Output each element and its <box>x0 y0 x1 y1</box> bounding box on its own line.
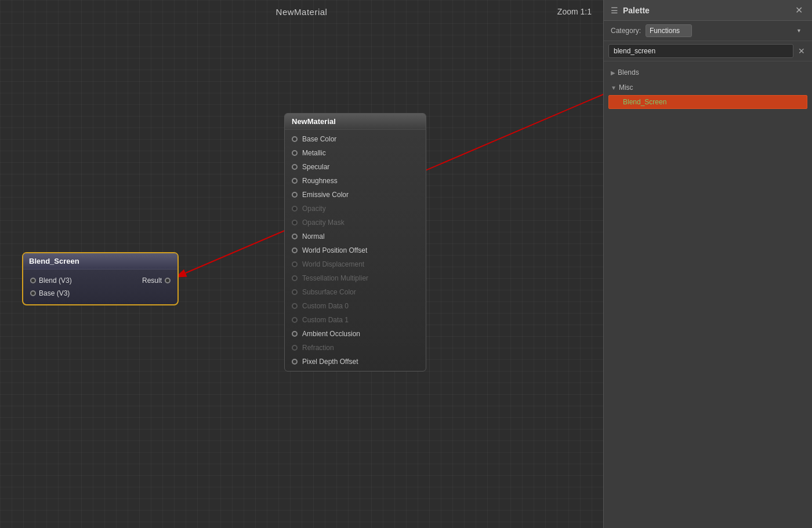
material-node-title: NewMaterial <box>285 114 426 130</box>
label-tess-mult: Tessellation Multiplier <box>302 274 368 282</box>
label-subsurface: Subsurface Color <box>302 288 356 296</box>
pin-custom0 <box>292 303 298 309</box>
category-dropdown-wrapper: Functions Expressions Math Texture <box>646 24 805 37</box>
pin-refraction <box>292 345 298 351</box>
mat-row-custom0: Custom Data 0 <box>285 299 426 313</box>
pin-opacity <box>292 206 298 212</box>
base-v3-label: Base (V3) <box>39 289 70 297</box>
tree-section-blends: ▶ Blends <box>604 65 812 80</box>
label-opacity-mask: Opacity Mask <box>302 219 345 227</box>
pin-specular[interactable] <box>292 164 298 170</box>
label-metallic: Metallic <box>302 149 326 157</box>
blend-screen-node[interactable]: Blend_Screen Blend (V3) Result Base (V3) <box>22 252 179 305</box>
blends-label: Blends <box>618 68 639 77</box>
mat-row-world-pos: World Position Offset <box>285 243 426 257</box>
category-select[interactable]: Functions Expressions Math Texture <box>646 24 692 37</box>
palette-close-button[interactable]: ✕ <box>793 5 805 16</box>
result-label: Result <box>142 276 162 285</box>
misc-arrow: ▼ <box>611 85 617 91</box>
blend-screen-item-label: Blend_Screen <box>623 98 666 106</box>
misc-label: Misc <box>619 83 633 92</box>
mat-row-base-color: Base Color <box>285 132 426 146</box>
node-row-blend: Blend (V3) Result <box>27 274 174 287</box>
palette-search-row: ✕ <box>604 41 812 61</box>
label-opacity: Opacity <box>302 205 326 213</box>
blends-section-header[interactable]: ▶ Blends <box>604 66 812 79</box>
label-world-disp: World Displacement <box>302 260 364 268</box>
mat-row-roughness: Roughness <box>285 174 426 188</box>
zoom-label: Zoom 1:1 <box>557 7 592 16</box>
blend-screen-item[interactable]: Blend_Screen <box>608 95 807 109</box>
pin-opacity-mask <box>292 220 298 225</box>
material-node-body: Base Color Metallic Specular Roughness E… <box>285 130 426 371</box>
pin-base-color[interactable] <box>292 136 298 142</box>
misc-section-header[interactable]: ▼ Misc <box>604 81 812 94</box>
mat-row-ao: Ambient Occlusion <box>285 327 426 341</box>
pin-subsurface <box>292 289 298 295</box>
palette-search-input[interactable] <box>608 44 793 58</box>
label-custom1: Custom Data 1 <box>302 316 349 324</box>
label-refraction: Refraction <box>302 344 334 352</box>
mat-row-custom1: Custom Data 1 <box>285 313 426 327</box>
label-base-color: Base Color <box>302 135 336 143</box>
label-emissive: Emissive Color <box>302 191 349 199</box>
mat-row-opacity: Opacity <box>285 202 426 216</box>
mat-row-world-disp: World Displacement <box>285 257 426 271</box>
blends-arrow: ▶ <box>611 70 615 76</box>
palette-title: Palette <box>623 6 788 15</box>
pin-emissive[interactable] <box>292 192 298 198</box>
mat-row-subsurface: Subsurface Color <box>285 285 426 299</box>
pin-roughness[interactable] <box>292 178 298 184</box>
material-node[interactable]: NewMaterial Base Color Metallic Specular… <box>284 113 426 372</box>
label-normal: Normal <box>302 232 325 241</box>
palette-panel: ☰ Palette ✕ Category: Functions Expressi… <box>603 0 812 528</box>
blend-node-body: Blend (V3) Result Base (V3) <box>23 270 177 304</box>
label-roughness: Roughness <box>302 177 338 185</box>
canvas-title: NewMaterial <box>0 0 603 24</box>
mat-row-tess-mult: Tessellation Multiplier <box>285 271 426 285</box>
tree-section-misc: ▼ Misc Blend_Screen <box>604 80 812 111</box>
label-specular: Specular <box>302 163 329 171</box>
mat-row-normal: Normal <box>285 230 426 243</box>
pin-ao[interactable] <box>292 331 298 337</box>
palette-category-label: Category: <box>611 27 641 35</box>
palette-tree: ▶ Blends ▼ Misc Blend_Screen <box>604 61 812 528</box>
pin-metallic[interactable] <box>292 150 298 156</box>
input-pin-blend[interactable] <box>30 278 36 283</box>
mat-row-refraction: Refraction <box>285 341 426 355</box>
palette-category-row: Category: Functions Expressions Math Tex… <box>604 21 812 41</box>
pin-world-pos[interactable] <box>292 247 298 253</box>
pin-normal[interactable] <box>292 234 298 239</box>
palette-search-clear-button[interactable]: ✕ <box>796 46 807 56</box>
label-custom0: Custom Data 0 <box>302 302 349 310</box>
pin-world-disp <box>292 261 298 267</box>
node-row-base: Base (V3) <box>27 287 174 300</box>
label-pixel-depth: Pixel Depth Offset <box>302 358 358 366</box>
palette-header: ☰ Palette ✕ <box>604 0 812 21</box>
palette-icon: ☰ <box>611 6 618 15</box>
blend-v3-label: Blend (V3) <box>39 276 72 285</box>
mat-row-pixel-depth: Pixel Depth Offset <box>285 355 426 369</box>
pin-pixel-depth[interactable] <box>292 359 298 365</box>
canvas-area: NewMaterial Zoom 1:1 Blend_Screen Blend … <box>0 0 603 528</box>
input-pin-base[interactable] <box>30 290 36 296</box>
mat-row-emissive: Emissive Color <box>285 188 426 202</box>
pin-tess-mult <box>292 275 298 281</box>
label-world-pos: World Position Offset <box>302 246 367 254</box>
mat-row-specular: Specular <box>285 160 426 174</box>
label-ao: Ambient Occlusion <box>302 330 360 338</box>
mat-row-opacity-mask: Opacity Mask <box>285 216 426 230</box>
output-pin-result[interactable] <box>165 278 171 283</box>
blend-node-title: Blend_Screen <box>23 253 177 270</box>
pin-custom1 <box>292 317 298 323</box>
mat-row-metallic: Metallic <box>285 146 426 160</box>
